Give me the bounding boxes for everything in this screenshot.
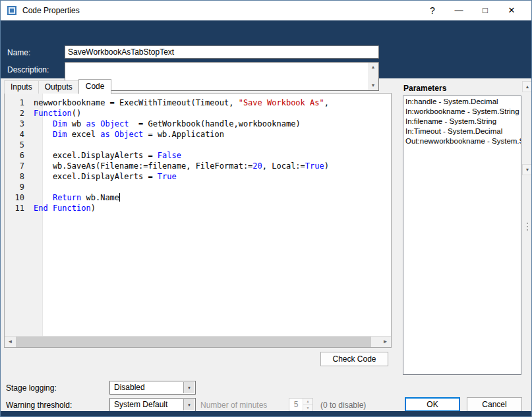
parameter-item[interactable]: In:filename - System.String xyxy=(403,117,521,126)
warning-threshold-label: Warning threshold: xyxy=(6,401,72,410)
code-line[interactable]: 5 xyxy=(5,140,390,150)
bottom-accent-bar xyxy=(1,411,531,416)
line-number: 8 xyxy=(5,171,34,182)
close-button[interactable]: ✕ xyxy=(498,1,525,20)
line-number: 9 xyxy=(5,182,34,192)
code-horizontal-scrollbar[interactable]: ◄ ► xyxy=(5,336,391,347)
scroll-up-icon[interactable]: ▲ xyxy=(522,81,532,92)
title-bar: Code Properties ? — □ ✕ xyxy=(1,1,531,20)
properties-header: Name: Description: ▲ ▼ xyxy=(1,20,531,78)
number-of-minutes-label: Number of minutes xyxy=(200,401,267,410)
description-input[interactable]: ▲ ▼ xyxy=(65,62,379,91)
line-text: excel.DisplayAlerts = True xyxy=(34,171,177,182)
chevron-down-icon[interactable]: ▼ xyxy=(183,382,194,393)
line-number: 4 xyxy=(5,129,34,140)
code-line[interactable]: 9 xyxy=(5,182,390,192)
description-scrollbar[interactable]: ▲ ▼ xyxy=(368,63,378,90)
line-number: 1 xyxy=(5,97,34,108)
code-line[interactable]: 8 excel.DisplayAlerts = True xyxy=(5,171,390,182)
line-number: 11 xyxy=(5,203,34,213)
line-number: 7 xyxy=(5,161,34,171)
line-number: 2 xyxy=(5,108,34,119)
warning-threshold-value: System Default xyxy=(114,399,167,411)
code-editor-panel[interactable]: 1newworkbookname = ExecWithTimeout(Timeo… xyxy=(4,93,392,348)
right-scrollbar[interactable]: ▲ ▼ xyxy=(522,81,532,412)
scroll-up-icon[interactable]: ▲ xyxy=(368,63,378,72)
line-text: Dim wb as Object = GetWorkbook(handle,wo… xyxy=(34,119,301,129)
tab-outputs[interactable]: Outputs xyxy=(38,80,79,94)
line-text: newworkbookname = ExecWithTimeout(Timeou… xyxy=(34,97,329,108)
stepper-buttons: ▲ ▼ xyxy=(303,399,312,411)
scroll-down-icon[interactable]: ▼ xyxy=(522,164,532,175)
line-text: Return wb.Name xyxy=(34,192,120,203)
line-number: 3 xyxy=(5,119,34,129)
check-code-button[interactable]: Check Code xyxy=(320,352,388,366)
code-line[interactable]: 4 Dim excel as Object = wb.Application xyxy=(5,129,390,140)
spin-up-icon[interactable]: ▲ xyxy=(303,399,312,405)
window-title: Code Properties xyxy=(22,1,80,20)
parameters-list[interactable]: In:handle - System.DecimalIn:workbooknam… xyxy=(403,96,521,375)
chevron-down-icon[interactable]: ▼ xyxy=(183,399,194,410)
stage-logging-label: Stage logging: xyxy=(6,383,57,393)
ok-button[interactable]: OK xyxy=(405,397,460,412)
parameter-item[interactable]: In:Timeout - System.Decimal xyxy=(403,126,521,136)
code-line[interactable]: 6 excel.DisplayAlerts = False xyxy=(5,150,390,161)
stage-logging-dropdown[interactable]: Disabled ▼ xyxy=(109,381,196,395)
help-button[interactable]: ? xyxy=(419,1,446,20)
line-text: wb.SaveAs(Filename:=filename, FileFormat… xyxy=(34,161,329,171)
warning-threshold-dropdown[interactable]: System Default ▼ xyxy=(109,398,196,412)
scroll-down-icon[interactable]: ▼ xyxy=(368,81,378,90)
minutes-stepper[interactable]: 5 ▲ ▼ xyxy=(289,398,313,412)
scroll-right-icon[interactable]: ► xyxy=(380,337,391,347)
line-text: Dim excel as Object = wb.Application xyxy=(34,129,224,140)
code-properties-icon xyxy=(7,6,16,15)
parameters-title: Parameters xyxy=(403,84,446,93)
tab-inputs[interactable]: Inputs xyxy=(4,80,39,94)
code-line[interactable]: 7 wb.SaveAs(Filename:=filename, FileForm… xyxy=(5,161,390,171)
tab-strip: InputsOutputsCode xyxy=(4,80,111,94)
tab-code[interactable]: Code xyxy=(78,79,112,94)
text-caret xyxy=(119,193,120,202)
minutes-value: 5 xyxy=(289,399,303,411)
name-input[interactable] xyxy=(65,45,379,59)
line-text: Function() xyxy=(34,108,81,119)
line-number: 6 xyxy=(5,150,34,161)
name-label: Name: xyxy=(7,48,30,57)
line-text: End Function) xyxy=(34,203,96,213)
code-line[interactable]: 11End Function) xyxy=(5,203,390,213)
scroll-left-icon[interactable]: ◄ xyxy=(5,337,16,347)
maximize-button[interactable]: □ xyxy=(472,1,498,20)
disable-hint-label: (0 to disable) xyxy=(320,401,366,410)
scrollbar-thumb[interactable] xyxy=(16,337,371,347)
line-number: 10 xyxy=(5,192,34,203)
window-controls: ? — □ ✕ xyxy=(419,1,525,20)
code-line[interactable]: 2Function() xyxy=(5,108,390,119)
spin-down-icon[interactable]: ▼ xyxy=(303,405,312,412)
stage-logging-value: Disabled xyxy=(114,381,145,394)
cancel-button[interactable]: Cancel xyxy=(467,397,522,412)
parameter-item[interactable]: In:handle - System.Decimal xyxy=(403,97,521,107)
code-properties-window: Code Properties ? — □ ✕ Name: Descriptio… xyxy=(0,0,532,417)
parameter-item[interactable]: Out:newworkbookname - System.String xyxy=(403,136,521,146)
description-label: Description: xyxy=(7,65,49,74)
code-line[interactable]: 10 Return wb.Name xyxy=(5,192,390,203)
code-lines[interactable]: 1newworkbookname = ExecWithTimeout(Timeo… xyxy=(5,97,390,336)
line-number: 5 xyxy=(5,140,34,150)
parameter-item[interactable]: In:workbookname - System.String xyxy=(403,107,521,117)
code-line[interactable]: 3 Dim wb as Object = GetWorkbook(handle,… xyxy=(5,119,390,129)
minimize-button[interactable]: — xyxy=(446,1,472,20)
code-line[interactable]: 1newworkbookname = ExecWithTimeout(Timeo… xyxy=(5,97,390,108)
line-text: excel.DisplayAlerts = False xyxy=(34,150,181,161)
splitter-grip[interactable] xyxy=(522,218,532,235)
